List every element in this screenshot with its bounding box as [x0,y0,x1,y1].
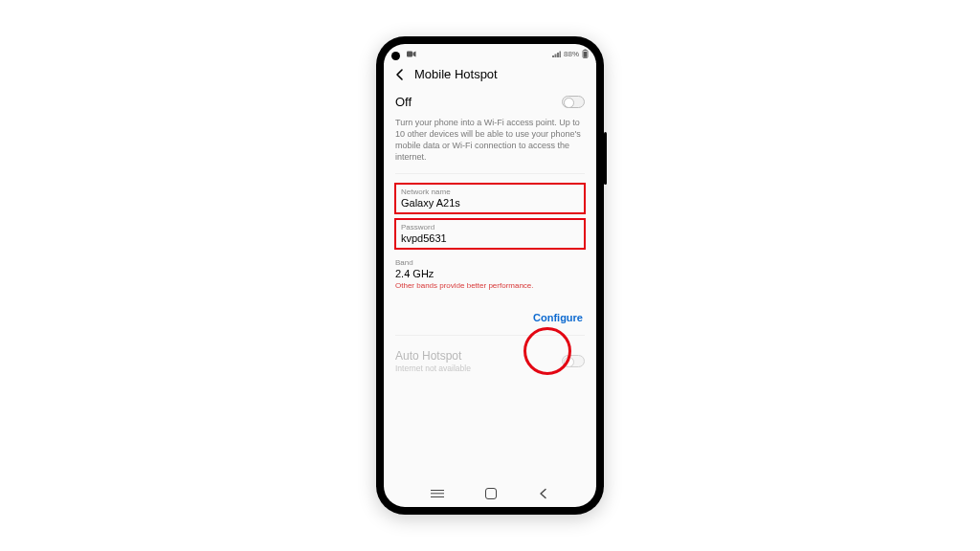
battery-icon [582,49,589,58]
password-label: Password [401,223,579,231]
phone-frame: 88% Mobile Hotspot Off Tur [376,36,604,515]
configure-button[interactable]: Configure [533,312,583,323]
canvas: 88% Mobile Hotspot Off Tur [0,0,980,551]
auto-hotspot-subtitle: Internet not available [395,364,471,373]
app-header: Mobile Hotspot [384,63,596,89]
band-note: Other bands provide better performance. [395,281,585,290]
camera-punch-hole [391,52,400,60]
password-field[interactable]: Password kvpd5631 [395,219,585,249]
signal-icon [552,51,561,57]
network-name-label: Network name [401,187,579,196]
hotspot-description: Turn your phone into a Wi-Fi access poin… [395,117,585,174]
nav-home-icon[interactable] [485,488,497,499]
battery-percentage: 88% [564,50,579,58]
hotspot-state-label: Off [395,95,412,109]
svg-rect-0 [407,51,412,56]
nav-back-icon[interactable] [538,488,549,499]
band-field[interactable]: Band 2.4 GHz Other bands provide better … [395,254,585,295]
content-area: Off Turn your phone into a Wi-Fi access … [384,89,596,480]
auto-hotspot-row: Auto Hotspot Internet not available [395,347,585,375]
svg-rect-3 [584,52,588,57]
phone-screen: 88% Mobile Hotspot Off Tur [384,44,596,507]
back-icon[interactable] [393,68,407,81]
page-title: Mobile Hotspot [414,67,498,81]
nav-recents-icon[interactable] [431,490,444,497]
hotspot-master-toggle-row[interactable]: Off [395,89,585,117]
auto-hotspot-toggle-switch [562,355,585,367]
network-name-value: Galaxy A21s [401,197,579,209]
phone-side-button [604,132,607,185]
hotspot-toggle-switch[interactable] [562,96,585,108]
auto-hotspot-title: Auto Hotspot [395,349,471,363]
band-label: Band [395,258,585,267]
video-indicator-icon [407,51,416,57]
status-bar: 88% [384,44,596,63]
configure-row: Configure [395,300,585,336]
password-value: kvpd5631 [401,232,579,244]
svg-rect-2 [585,50,587,51]
band-value: 2.4 GHz [395,268,585,279]
android-nav-bar [384,480,596,507]
network-name-field[interactable]: Network name Galaxy A21s [395,184,585,213]
